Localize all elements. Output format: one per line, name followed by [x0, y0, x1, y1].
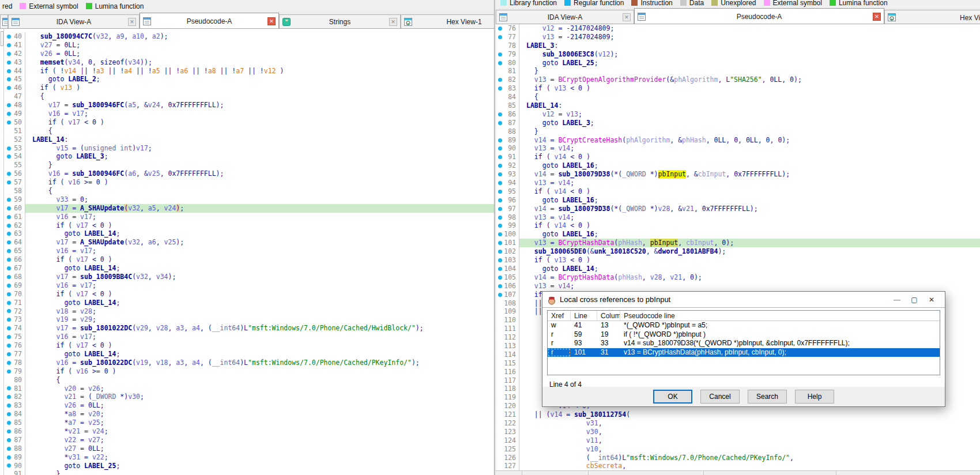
code-line[interactable]: 81 v20 = v26;: [0, 384, 494, 393]
tab-stub[interactable]: [0, 14, 8, 28]
code-line[interactable]: 68 v17 = sub_18009BB4C(v32, v34);: [0, 273, 494, 281]
code-line[interactable]: 96 goto LABEL_16;: [496, 196, 980, 205]
code-line[interactable]: 82 v21 = (_DWORD *)v30;: [0, 393, 494, 401]
code-line[interactable]: 66 if ( v17 < 0 ): [0, 255, 494, 264]
code-line[interactable]: 95 if ( v14 < 0 ): [496, 187, 980, 196]
code-line[interactable]: 49 v16 = v17;: [0, 110, 494, 118]
code-line[interactable]: 106 v13 = v14;: [496, 282, 980, 291]
code-line[interactable]: 86 *v21 = v24;: [0, 427, 494, 436]
code-line[interactable]: 99 if ( v14 < 0 ): [496, 221, 980, 230]
maximize-button[interactable]: ▢: [906, 296, 923, 304]
xref-dialog-titlebar[interactable]: Local cross references to pbInput — ▢ ✕: [542, 292, 945, 308]
column-header-xref[interactable]: Xref: [548, 311, 571, 321]
code-line[interactable]: 73 v19 = v29;: [0, 315, 494, 324]
code-line[interactable]: 98 v13 = v14;: [496, 213, 980, 222]
close-tab-icon[interactable]: ✕: [267, 17, 276, 25]
xref-list[interactable]: Xref Line Colum Pseudocode line w4113*(_…: [547, 310, 940, 375]
help-button[interactable]: Help: [795, 390, 834, 404]
code-line[interactable]: 105 v14 = BCryptHashData(phHash, v28, v2…: [496, 273, 980, 282]
tab-pseudocode-a[interactable]: Pseudocode-A✕: [634, 8, 884, 24]
code-line[interactable]: 58 {: [0, 187, 494, 195]
code-line[interactable]: 57 if ( v16 >= 0 ): [0, 178, 494, 187]
code-line[interactable]: 79 if ( v16 >= 0 ): [0, 367, 494, 376]
code-line[interactable]: 79 sub_18006E3C8(v12);: [496, 50, 980, 59]
tab-hex-view-1[interactable]: Hex View-1: [401, 14, 494, 28]
code-line[interactable]: 54 goto LABEL_3;: [0, 152, 494, 161]
close-icon[interactable]: ✕: [923, 296, 940, 304]
code-line[interactable]: 125 v10,: [496, 445, 980, 454]
code-line[interactable]: 97 v14 = sub_180079D38(*(_QWORD *)v28, &…: [496, 205, 980, 213]
cancel-button[interactable]: Cancel: [700, 390, 740, 404]
code-line[interactable]: 122 v31,: [496, 419, 980, 428]
code-line[interactable]: 78 v16 = sub_1801022DC(v19, v18, a3, a4,…: [0, 359, 494, 367]
code-line[interactable]: 127 cbSecreta,: [496, 462, 980, 470]
code-line[interactable]: 92 goto LABEL_16;: [496, 161, 980, 170]
code-line[interactable]: 100 goto LABEL_16;: [496, 230, 980, 239]
code-line[interactable]: 94 v13 = v14;: [496, 179, 980, 187]
minimize-button[interactable]: —: [888, 296, 906, 304]
code-line[interactable]: 71 goto LABEL_14;: [0, 299, 494, 307]
code-line[interactable]: 40 sub_180094C7C(v32, a9, a10, a2);: [0, 32, 494, 41]
code-line[interactable]: 90 v13 = v14;: [496, 144, 980, 153]
code-line[interactable]: 42 v26 = 0LL;: [0, 50, 494, 58]
code-line[interactable]: 83 v26 = 0LL;: [0, 401, 494, 410]
code-line[interactable]: 45 goto LABEL_2;: [0, 75, 494, 84]
code-line[interactable]: 46 if ( v13 ): [0, 84, 494, 92]
code-line[interactable]: 80 goto LABEL_25;: [496, 59, 980, 67]
tab-hex-view-1[interactable]: Hex View-1: [884, 10, 980, 24]
tab-strings[interactable]: "Strings✕: [279, 14, 401, 28]
close-tab-icon[interactable]: ✕: [389, 18, 397, 26]
code-line[interactable]: 81 }: [496, 67, 980, 76]
code-line[interactable]: 85LABEL_14:: [496, 101, 980, 110]
code-line[interactable]: 69 v16 = v17;: [0, 281, 494, 290]
code-line[interactable]: 123 v30,: [496, 428, 980, 436]
code-line[interactable]: 41 v27 = 0LL;: [0, 41, 494, 50]
code-line[interactable]: 62 if ( v17 < 0 ): [0, 221, 494, 230]
code-line[interactable]: 72 v18 = v28;: [0, 307, 494, 316]
code-line[interactable]: 63 goto LABEL_14;: [0, 229, 494, 238]
code-line[interactable]: 53 v15 = (unsigned int)v17;: [0, 144, 494, 153]
code-line[interactable]: 84 *a8 = v20;: [0, 410, 494, 419]
code-line[interactable]: 59 v33 = 0;: [0, 195, 494, 204]
tab-pseudocode-a[interactable]: Pseudocode-A✕: [140, 13, 279, 29]
code-line[interactable]: 76 if ( v17 < 0 ): [0, 341, 494, 350]
close-tab-icon[interactable]: ✕: [128, 18, 136, 26]
code-line[interactable]: 88 }: [496, 127, 980, 136]
code-line[interactable]: 83 if ( v13 < 0 ): [496, 84, 980, 93]
code-line[interactable]: 93 v14 = sub_180079D38(*(_QWORD *)pbInpu…: [496, 170, 980, 179]
code-line[interactable]: 70 if ( v17 < 0 ): [0, 290, 494, 299]
code-line[interactable]: 88 v27 = 0LL;: [0, 444, 494, 453]
code-line[interactable]: 65 v16 = v17;: [0, 247, 494, 255]
code-line[interactable]: 82 v13 = BCryptOpenAlgorithmProvider(&ph…: [496, 76, 980, 84]
code-line[interactable]: 44 if ( !v14 || !a3 || !a4 || !a5 || !a6…: [0, 67, 494, 76]
code-line[interactable]: 91 if ( v14 < 0 ): [496, 153, 980, 161]
code-line[interactable]: 61 v16 = v17;: [0, 213, 494, 221]
pseudocode-view-right[interactable]: 76 v12 = -2147024809;77 v13 = -214702480…: [496, 24, 980, 475]
code-line[interactable]: 85 *a7 = v25;: [0, 419, 494, 427]
ok-button[interactable]: OK: [653, 390, 692, 404]
code-line[interactable]: 50 if ( v17 < 0 ): [0, 118, 494, 127]
code-line[interactable]: 48 v17 = sub_1800946FC(a5, &v24, 0x7FFFF…: [0, 101, 494, 110]
code-line[interactable]: 78LABEL_3:: [496, 42, 980, 50]
code-line[interactable]: 60 v17 = A_SHAUpdate(v32, a5, v24);: [0, 204, 494, 213]
search-button[interactable]: Search: [748, 390, 787, 404]
code-line[interactable]: 102 sub_180065DE0(&unk_18018C520, &dword…: [496, 247, 980, 256]
code-line[interactable]: 64 v17 = A_SHAUpdate(v32, a6, v25);: [0, 238, 494, 247]
tab-ida-view-a[interactable]: IDA View-A✕: [496, 10, 634, 24]
code-line[interactable]: 52LABEL_14:: [0, 135, 494, 144]
xref-row[interactable]: r10131v13 = BCryptHashData(phHash, pbInp…: [548, 348, 940, 357]
code-line[interactable]: 86 v12 = v13;: [496, 110, 980, 119]
code-line[interactable]: 47 {: [0, 92, 494, 101]
column-header-pseudocode[interactable]: Pseudocode line: [620, 311, 940, 321]
code-line[interactable]: 87 goto LABEL_3;: [496, 119, 980, 127]
code-line[interactable]: 87 v22 = v27;: [0, 436, 494, 444]
code-line[interactable]: 74 v17 = sub_1801022DC(v29, v28, a3, a4,…: [0, 324, 494, 333]
code-line[interactable]: 55 }: [0, 161, 494, 169]
code-line[interactable]: 56 v16 = sub_1800946FC(a6, &v25, 0x7FFFF…: [0, 169, 494, 178]
code-line[interactable]: 91 }: [0, 470, 494, 475]
code-line[interactable]: 121 || (v14 = sub_180112754(: [496, 410, 980, 419]
code-line[interactable]: 67 goto LABEL_14;: [0, 264, 494, 273]
tab-ida-view-a[interactable]: IDA View-A✕: [8, 14, 140, 28]
code-line[interactable]: 104 goto LABEL_14;: [496, 265, 980, 273]
code-line[interactable]: 89 *v31 = v22;: [0, 453, 494, 462]
